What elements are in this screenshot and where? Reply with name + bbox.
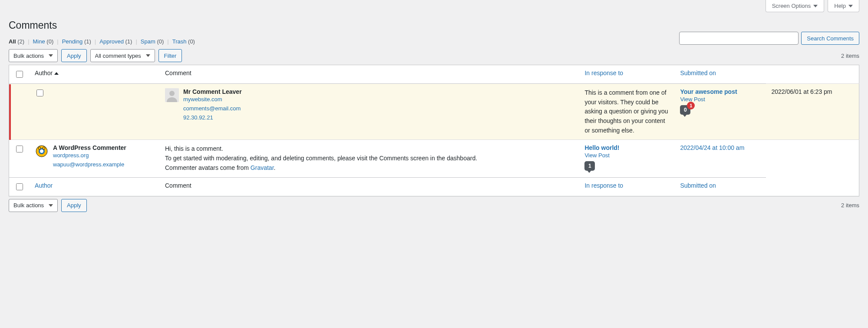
filter-all-count: (2)	[17, 38, 24, 45]
bulk-actions-select-bottom[interactable]: Bulk actions	[9, 199, 58, 212]
help-toggle[interactable]: Help	[828, 0, 859, 12]
filter-spam-count: (0)	[157, 38, 164, 45]
filter-pending[interactable]: Pending	[62, 38, 83, 45]
approved-count: 1	[584, 161, 595, 171]
response-post-title[interactable]: Hello world!	[584, 144, 670, 151]
caret-down-icon	[813, 5, 818, 7]
filter-mine[interactable]: Mine	[33, 38, 45, 45]
items-count-top: 2 items	[841, 53, 859, 59]
select-all-bottom[interactable]	[16, 183, 23, 190]
filter-all[interactable]: All	[9, 38, 16, 45]
screen-options-toggle[interactable]: Screen Options	[766, 0, 825, 12]
col-response-sort-bottom[interactable]: In response to	[584, 182, 623, 189]
bulk-apply-bottom[interactable]: Apply	[61, 199, 87, 212]
search-input[interactable]	[679, 32, 799, 45]
comment-author-website[interactable]: wordpress.org	[53, 151, 126, 160]
filter-spam[interactable]: Spam	[141, 38, 155, 45]
svg-point-5	[38, 147, 41, 149]
comment-author-website[interactable]: mywebsite.com	[183, 95, 242, 104]
col-response-sort[interactable]: In response to	[584, 70, 623, 76]
comment-date-link[interactable]: 2022/04/24 at 10:00 am	[680, 144, 744, 151]
comment-type-select[interactable]: All comment types	[90, 49, 155, 62]
gravatar-link[interactable]: Gravatar	[251, 164, 274, 171]
svg-point-4	[40, 149, 43, 153]
col-date-sort[interactable]: Submitted on	[680, 70, 716, 76]
filter-pending-count: (1)	[84, 38, 91, 45]
items-count-bottom: 2 items	[841, 202, 859, 209]
page-title: Comments	[9, 16, 859, 33]
comment-row: Mr Comment Leaver mywebsite.com comments…	[9, 84, 859, 140]
comment-date: 2022/06/01 at 6:23 pm	[766, 84, 859, 140]
comment-author: A WordPress Commenter	[53, 144, 126, 151]
select-row-checkbox[interactable]	[36, 89, 43, 96]
help-label: Help	[834, 3, 846, 9]
comment-author-email[interactable]: comments@email.com	[183, 104, 242, 113]
svg-point-1	[169, 91, 175, 96]
select-row-checkbox[interactable]	[16, 146, 23, 152]
pending-count-badge: 1	[687, 102, 695, 109]
response-post-title[interactable]: Your awesome post	[680, 88, 761, 95]
comment-count-bubble[interactable]: 1	[584, 161, 595, 171]
filter-trash[interactable]: Trash	[172, 38, 187, 45]
comment-text: This is a comment from one of your visit…	[584, 88, 670, 135]
filter-trash-count: (0)	[188, 38, 195, 45]
filter-button[interactable]: Filter	[158, 49, 182, 62]
select-all-top[interactable]	[16, 71, 23, 78]
comment-text: Hi, this is a comment. To get started wi…	[165, 144, 574, 172]
search-button[interactable]: Search Comments	[801, 32, 859, 45]
comment-count-bubble[interactable]: 0 1	[680, 105, 690, 115]
bulk-actions-select-top[interactable]: Bulk actions	[9, 49, 58, 62]
col-author-sort[interactable]: Author	[35, 70, 59, 76]
caret-down-icon	[848, 5, 853, 7]
avatar-wapuu-icon	[35, 144, 49, 158]
response-view-post[interactable]: View Post	[584, 152, 670, 159]
comment-author: Mr Comment Leaver	[183, 88, 242, 95]
col-comment-label-bottom: Comment	[165, 182, 191, 189]
col-date-sort-bottom[interactable]: Submitted on	[680, 182, 716, 189]
filter-mine-count: (0)	[46, 38, 53, 45]
bulk-apply-top[interactable]: Apply	[61, 49, 87, 62]
svg-point-6	[43, 147, 45, 149]
sort-asc-icon	[54, 72, 59, 75]
filter-approved-count: (1)	[125, 38, 132, 45]
comments-table: Author Comment In response to Submitted …	[9, 65, 859, 196]
comment-author-ip[interactable]: 92.30.92.21	[183, 113, 242, 123]
filter-approved[interactable]: Approved	[99, 38, 124, 45]
col-comment-label: Comment	[165, 70, 191, 76]
screen-options-label: Screen Options	[772, 3, 811, 9]
comment-author-email[interactable]: wapuu@wordpress.example	[53, 160, 126, 169]
avatar-default-icon	[165, 88, 179, 102]
comment-row: A WordPress Commenter wordpress.org wapu…	[9, 140, 859, 177]
col-author-sort-bottom[interactable]: Author	[35, 182, 53, 189]
